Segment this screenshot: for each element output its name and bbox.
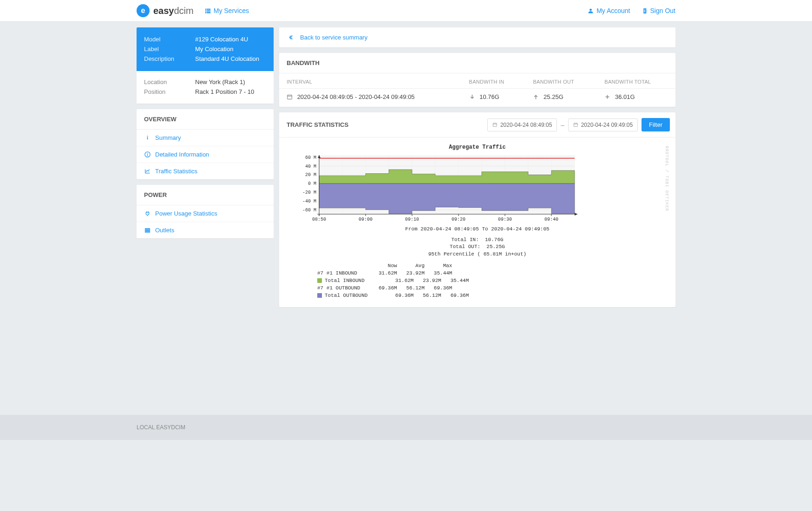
in-value: 10.76G bbox=[479, 93, 499, 100]
date-to-input[interactable]: 2020-04-24 09:49:05 bbox=[568, 118, 638, 131]
svg-rect-4 bbox=[147, 154, 147, 156]
back-link-label: Back to service summary bbox=[300, 34, 367, 41]
overview-title: OVERVIEW bbox=[137, 109, 274, 130]
my-account-label: My Account bbox=[596, 7, 630, 14]
svg-text:09:00: 09:00 bbox=[359, 217, 373, 222]
svg-text:-40 M: -40 M bbox=[302, 199, 316, 204]
brand-light: dcim bbox=[174, 6, 194, 16]
sidebar-item-power-usage[interactable]: Power Usage Statistics bbox=[137, 205, 274, 222]
svg-text:09:30: 09:30 bbox=[498, 217, 512, 222]
info-icon bbox=[144, 135, 151, 141]
date-to-value: 2020-04-24 09:49:05 bbox=[581, 122, 633, 128]
svg-rect-8 bbox=[288, 95, 292, 99]
interval-value: 2020-04-24 08:49:05 - 2020-04-24 09:49:0… bbox=[297, 93, 415, 100]
sign-out-label: Sign Out bbox=[650, 7, 675, 14]
arrow-down-icon bbox=[469, 94, 475, 100]
sidebar-item-traffic[interactable]: Traffic Statistics bbox=[137, 163, 274, 179]
col-in: BANDWITH IN bbox=[462, 73, 526, 89]
my-services-label: My Services bbox=[214, 7, 249, 14]
sign-out-link[interactable]: Sign Out bbox=[642, 7, 675, 14]
chart-icon bbox=[144, 168, 151, 174]
topbar: e easydcim My Services My Account Sign O… bbox=[0, 0, 812, 22]
model-label: Model bbox=[144, 35, 195, 45]
detailed-label: Detailed Information bbox=[155, 151, 209, 158]
info-circle-icon bbox=[144, 151, 151, 157]
traffic-panel: TRAFFIC STATISTICS 2020-04-24 08:49:05 –… bbox=[279, 112, 675, 307]
footer-text: LOCAL EASYDCIM bbox=[137, 424, 675, 431]
label-value: My Colocation bbox=[195, 45, 233, 54]
model-value: #129 Colocation 4U bbox=[195, 35, 248, 45]
logo-icon: e bbox=[137, 4, 150, 17]
sign-out-icon bbox=[642, 8, 648, 14]
bandwidth-table: INTERVAL BANDWITH IN BANDWITH OUT BANDWI… bbox=[279, 73, 675, 107]
calendar-icon bbox=[287, 94, 293, 100]
sidebar-item-summary[interactable]: Summary bbox=[137, 130, 274, 146]
traffic-label: Traffic Statistics bbox=[155, 168, 197, 175]
traffic-chart: -60 M-40 M-20 M0 M20 M40 M60 M08:5009:00… bbox=[287, 152, 584, 224]
power-usage-label: Power Usage Statistics bbox=[155, 210, 217, 217]
service-info-panel: Model#129 Colocation 4U LabelMy Colocati… bbox=[137, 27, 274, 104]
logo[interactable]: e easydcim bbox=[137, 4, 194, 17]
col-total: BANDWITH TOTAL bbox=[597, 73, 675, 89]
calendar-icon bbox=[492, 122, 498, 128]
chart-caption: From 2020-04-24 08:49:05 To 2020-04-24 0… bbox=[287, 226, 668, 232]
svg-text:0 M: 0 M bbox=[308, 181, 316, 186]
svg-text:-60 M: -60 M bbox=[302, 208, 316, 213]
power-panel: POWER Power Usage Statistics Outlets bbox=[137, 185, 274, 238]
outlets-label: Outlets bbox=[155, 227, 174, 234]
date-from-value: 2020-04-24 08:49:05 bbox=[500, 122, 552, 128]
location-value: New York (Rack 1) bbox=[195, 78, 245, 87]
plug-icon bbox=[144, 210, 151, 216]
svg-text:09:40: 09:40 bbox=[544, 217, 558, 222]
my-account-link[interactable]: My Account bbox=[588, 7, 630, 14]
bandwidth-panel: BANDWITH INTERVAL BANDWITH IN BANDWITH O… bbox=[279, 53, 675, 107]
traffic-title: TRAFFIC STATISTICS bbox=[287, 121, 348, 128]
my-services-link[interactable]: My Services bbox=[205, 7, 249, 14]
footer: LOCAL EASYDCIM bbox=[0, 415, 812, 440]
list-icon bbox=[205, 8, 211, 14]
sidebar-item-detailed[interactable]: Detailed Information bbox=[137, 146, 274, 163]
col-out: BANDWITH OUT bbox=[525, 73, 597, 89]
date-separator: – bbox=[561, 121, 564, 129]
brand-bold: easy bbox=[153, 6, 174, 16]
svg-rect-1 bbox=[147, 137, 148, 140]
table-row: 2020-04-24 08:49:05 - 2020-04-24 09:49:0… bbox=[279, 89, 675, 107]
out-value: 25.25G bbox=[544, 93, 563, 100]
svg-rect-7 bbox=[144, 231, 150, 232]
svg-text:60 M: 60 M bbox=[305, 155, 316, 160]
chevron-left-icon bbox=[288, 34, 294, 40]
svg-text:20 M: 20 M bbox=[305, 172, 316, 177]
label-label: Label bbox=[144, 45, 195, 54]
svg-point-0 bbox=[147, 136, 148, 137]
power-title: POWER bbox=[137, 185, 274, 205]
chart-legend: Now Avg Max #7 #1 INBOUND 31.62M 23.92M … bbox=[287, 262, 668, 300]
bandwidth-title: BANDWITH bbox=[279, 53, 675, 73]
user-icon bbox=[588, 8, 594, 14]
svg-text:09:20: 09:20 bbox=[452, 217, 465, 222]
svg-rect-5 bbox=[144, 228, 150, 229]
col-interval: INTERVAL bbox=[279, 73, 462, 89]
outlets-icon bbox=[144, 227, 151, 233]
total-value: 36.01G bbox=[615, 93, 635, 100]
svg-rect-6 bbox=[144, 230, 150, 231]
sidebar-item-outlets[interactable]: Outlets bbox=[137, 222, 274, 238]
svg-point-3 bbox=[147, 153, 148, 154]
svg-text:40 M: 40 M bbox=[305, 164, 316, 169]
desc-label: Description bbox=[144, 54, 195, 64]
chart-watermark: RRDTOOL / TOBI OETIKER bbox=[664, 146, 669, 211]
calendar-icon bbox=[573, 122, 578, 128]
svg-rect-9 bbox=[493, 123, 497, 126]
plus-icon bbox=[604, 94, 610, 100]
svg-text:08:50: 08:50 bbox=[312, 217, 326, 222]
summary-label: Summary bbox=[155, 134, 181, 141]
arrow-up-icon bbox=[533, 94, 539, 100]
date-from-input[interactable]: 2020-04-24 08:49:05 bbox=[487, 118, 557, 131]
filter-button[interactable]: Filter bbox=[642, 118, 670, 131]
svg-text:09:10: 09:10 bbox=[405, 217, 419, 222]
back-bar: Back to service summary bbox=[279, 27, 675, 47]
back-link[interactable]: Back to service summary bbox=[288, 34, 667, 41]
position-value: Rack 1 Position 7 - 10 bbox=[195, 87, 254, 97]
desc-value: Standard 4U Colocation bbox=[195, 54, 259, 64]
overview-panel: OVERVIEW Summary Detailed Information Tr… bbox=[137, 109, 274, 179]
chart-stats: Total IN: 10.76G Total OUT: 25.25G 95th … bbox=[287, 236, 668, 258]
